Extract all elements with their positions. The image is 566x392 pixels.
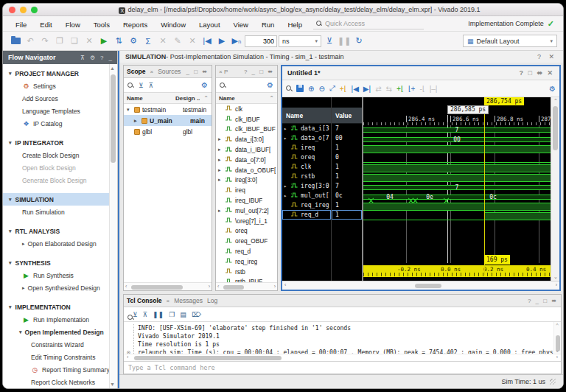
chevron-right-icon[interactable]: ▸ xyxy=(218,147,223,153)
sidebar-section-implementation[interactable]: ▾IMPLEMENTATION xyxy=(3,301,117,313)
wave-row-ireg30[interactable]: 7 xyxy=(363,183,551,192)
scroll-up-icon[interactable]: ▲ xyxy=(110,66,115,71)
object-signal-rstb_IBUF[interactable]: rstb_IBUF xyxy=(216,277,277,282)
wave-value-ireq[interactable]: 1 xyxy=(332,143,362,153)
zoom-fit-icon[interactable]: ⤢ xyxy=(329,84,335,93)
run-time-input[interactable] xyxy=(245,35,277,47)
object-signal-data_i_IBUF[interactable]: ▸data_i_IBUF[ xyxy=(216,144,277,155)
wave-row-oreq[interactable] xyxy=(363,154,551,164)
wave-name-req_d[interactable]: req_d xyxy=(282,210,331,220)
sidebar-item-run-simulation[interactable]: Run Simulation xyxy=(3,206,117,218)
sidebar-item-run-synthesis[interactable]: ▶Run Synthesis xyxy=(3,269,117,281)
tab-sources[interactable]: Sources xyxy=(158,68,181,75)
object-signal-oreq_OBUF[interactable]: oreq_OBUF xyxy=(216,236,277,246)
wave-name-clk[interactable]: clk xyxy=(282,162,331,172)
tcl-hscrollbar[interactable]: ‹ › xyxy=(124,354,561,361)
sidebar-header-icon[interactable]: _ xyxy=(109,55,112,61)
object-signal-ireq_IBUF[interactable]: ireq_IBUF xyxy=(216,195,277,206)
object-signal-oreq[interactable]: oreq xyxy=(216,226,277,237)
queue-icon[interactable]: ▤ xyxy=(180,311,186,318)
step-icon[interactable]: ⊻ xyxy=(323,35,336,48)
sidebar-item-add-sources[interactable]: Add Sources xyxy=(3,92,117,105)
sidebar-item-open-elaborated-design[interactable]: ▸Open Elaborated Design xyxy=(3,237,117,250)
wave-value-ireg30[interactable]: 7 xyxy=(332,181,362,191)
wave-row-data_i30[interactable]: 7 xyxy=(363,125,551,135)
wave-name-data_i30[interactable]: ▸data_i[3:0] xyxy=(282,124,331,133)
prev-transition-icon[interactable]: |◀ xyxy=(352,85,359,93)
synthesis-sigma-icon[interactable]: Σ xyxy=(142,35,155,48)
panel-window-buttons[interactable]: ? _ □ ⬌ xyxy=(244,69,274,75)
add-marker-icon[interactable]: +⌊ xyxy=(340,85,347,93)
tab-scope[interactable]: Scope xyxy=(127,68,146,75)
gear-icon[interactable]: ⚙ xyxy=(549,85,556,93)
wave-value-oreq[interactable]: 0 xyxy=(332,153,362,162)
panel-window-buttons[interactable]: ? □ ⬌ ✕ xyxy=(519,69,554,77)
collapse-all-icon[interactable]: ⊼ xyxy=(143,311,148,318)
object-signal-clk_IBUF[interactable]: clk_IBUF xyxy=(216,114,277,125)
quick-access-search[interactable]: Quick Access xyxy=(313,18,424,29)
sidebar-scrollbar[interactable]: ▲ ▼ xyxy=(109,64,117,388)
wave-row-rstb[interactable] xyxy=(363,173,551,183)
object-signal-clk[interactable]: clk xyxy=(216,104,277,114)
object-signal-data_i30[interactable]: ▸data_i[3:0] xyxy=(216,134,277,144)
expand-all-icon[interactable]: ⊻ xyxy=(139,82,144,89)
tab-log[interactable]: Log xyxy=(207,297,217,304)
sidebar-section-simulation[interactable]: ▾SIMULATION xyxy=(3,193,117,206)
object-signal-ireq[interactable]: ireq xyxy=(216,185,277,195)
run-all-icon[interactable]: ▶ xyxy=(215,35,228,48)
object-signal-data_o70[interactable]: ▸data_o[7:0] xyxy=(216,155,277,165)
chevron-right-icon[interactable]: ▸ xyxy=(218,177,223,183)
object-signal-ireg30[interactable]: ▸ireg[3:0] xyxy=(216,175,277,186)
menu-layout[interactable]: Layout xyxy=(192,19,227,30)
sidebar-header-icon[interactable]: ⚙ xyxy=(90,55,95,61)
sidebar-item-report-timing-summary[interactable]: ◷Report Timing Summary xyxy=(3,363,117,376)
scope-row-U_main[interactable]: ▸U_mainmain xyxy=(124,115,212,126)
zoom-in-icon[interactable]: ⊕ xyxy=(308,85,314,93)
wave-row-req_d[interactable] xyxy=(363,211,551,221)
minimize-window-icon[interactable] xyxy=(20,7,27,13)
open-folder-icon[interactable] xyxy=(9,35,22,48)
view-header-buttons[interactable]: ? ✕ xyxy=(537,53,557,60)
go-end-icon[interactable]: ⌊+ xyxy=(408,85,416,93)
menu-view[interactable]: View xyxy=(227,19,255,30)
wave-value-rstb[interactable]: 1 xyxy=(332,172,362,181)
panel-window-buttons[interactable]: ? _ □ ⬌ xyxy=(528,298,558,304)
gear-icon[interactable]: ⚙ xyxy=(201,81,208,89)
wave-vscrollbar[interactable]: ⌃ ⌄ xyxy=(551,97,559,281)
settings-gear-icon[interactable]: ⚙ xyxy=(127,35,140,48)
chevron-right-icon[interactable]: ▸ xyxy=(218,157,223,163)
save-icon[interactable] xyxy=(296,85,304,92)
objects-hscrollbar[interactable]: ‹ › xyxy=(216,282,277,290)
menu-file[interactable]: File xyxy=(9,19,33,30)
sidebar-item-open-synthesized-design[interactable]: ▸Open Synthesized Design xyxy=(3,281,117,294)
sidebar-section-project-manager[interactable]: ▾PROJECT MANAGER xyxy=(3,67,117,80)
time-unit-select[interactable]: ns▾ xyxy=(279,35,321,47)
zoom-window-icon[interactable] xyxy=(31,7,38,13)
sidebar-item-ip-catalog[interactable]: ❖IP Catalog xyxy=(3,117,117,130)
wave-value-clk[interactable]: 1 xyxy=(332,162,362,172)
chevron-right-icon[interactable]: ▸ xyxy=(284,136,289,141)
run-for-icon[interactable]: ▶ₙ xyxy=(230,35,243,48)
object-signal-oreg7_i_1[interactable]: \oreg[7]_i_1 xyxy=(216,216,277,226)
sidebar-section-ip-integrator[interactable]: ▾IP INTEGRATOR xyxy=(3,136,117,149)
sidebar-item-report-clock-networks[interactable]: Report Clock Networks xyxy=(3,376,117,388)
wave-row-data_o70[interactable]: 00 xyxy=(363,135,551,144)
collapse-all-icon[interactable]: ⊼ xyxy=(149,82,154,89)
sidebar-header-icon[interactable]: ? xyxy=(100,55,103,61)
menu-help[interactable]: Help xyxy=(281,19,309,30)
sidebar-item-create-block-design[interactable]: Create Block Design xyxy=(3,149,117,161)
menu-reports[interactable]: Reports xyxy=(116,19,154,30)
wave-value-req_d[interactable]: 1 xyxy=(332,210,362,220)
wave-name-data_o70[interactable]: ▸data_o[7:0] xyxy=(282,133,331,143)
wave-row-req_ireg[interactable] xyxy=(363,202,551,211)
sidebar-item-edit-timing-constraints[interactable]: Edit Timing Constraints xyxy=(3,351,117,363)
wave-name-ireg30[interactable]: ▸ireg[3:0] xyxy=(282,181,331,191)
tcl-vscrollbar[interactable]: ⌃ ⌄ xyxy=(553,322,561,354)
chevron-right-icon[interactable]: ▸ xyxy=(284,183,289,189)
run-button-icon[interactable]: ▶ xyxy=(97,35,111,48)
wave-name-ireq[interactable]: ireq xyxy=(282,143,331,153)
copy-icon[interactable]: ❐ xyxy=(169,311,175,318)
wave-name-req_ireg[interactable]: req_ireg xyxy=(282,200,331,210)
relaunch-icon[interactable]: ↻ xyxy=(352,35,366,48)
chevron-down-icon[interactable]: ▾ xyxy=(127,107,132,113)
